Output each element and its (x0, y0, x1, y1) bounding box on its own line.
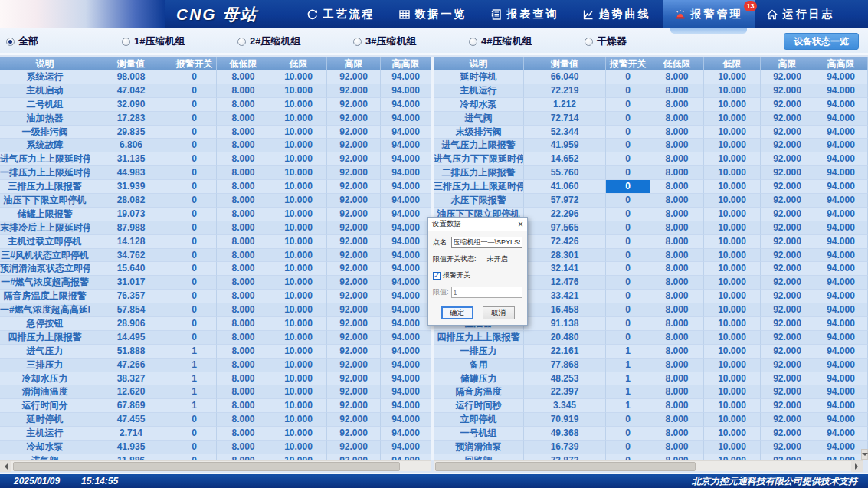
scroll-down-arrow[interactable] (861, 449, 868, 460)
nav-item-process-flow[interactable]: 工艺流程 (295, 0, 387, 28)
alarm-switch-checkbox[interactable] (433, 272, 441, 280)
horizontal-scrollbar-right[interactable] (434, 460, 863, 471)
close-icon[interactable]: × (518, 220, 523, 229)
radio-circle[interactable] (353, 38, 362, 46)
device-status-button[interactable]: 设备状态一览 (784, 33, 859, 50)
alarm-switch-cell[interactable]: 0 (172, 441, 217, 454)
point-name-input[interactable] (451, 237, 522, 248)
alarm-switch-cell[interactable]: 0 (172, 70, 217, 84)
alarm-switch-cell[interactable]: 1 (606, 399, 650, 413)
alarm-switch-cell[interactable]: 1 (172, 385, 217, 399)
alarm-switch-cell[interactable]: 0 (172, 84, 217, 98)
alarm-switch-cell[interactable]: 1 (606, 345, 650, 359)
alarm-switch-cell[interactable]: 0 (172, 303, 217, 317)
alarm-switch-cell[interactable]: 0 (606, 454, 650, 460)
alarm-switch-cell[interactable]: 0 (606, 152, 650, 166)
nav-item-report-query[interactable]: 报表查询 (479, 0, 571, 28)
radio-option-3[interactable]: 3#压缩机组 (353, 34, 416, 48)
radio-option-4[interactable]: 4#压缩机组 (469, 34, 532, 48)
alarm-switch-cell[interactable]: 0 (606, 303, 650, 317)
alarm-switch-cell[interactable]: 0 (606, 427, 650, 441)
radio-circle[interactable] (469, 38, 477, 46)
alarm-switch-cell[interactable]: 0 (606, 112, 650, 126)
alarm-switch-cell[interactable]: 1 (172, 345, 217, 359)
radio-option-2[interactable]: 2#压缩机组 (237, 34, 300, 48)
alarm-switch-cell[interactable]: 0 (606, 276, 650, 290)
alarm-switch-cell[interactable]: 0 (172, 317, 217, 331)
radio-circle[interactable] (237, 38, 246, 46)
alarm-switch-cell[interactable]: 0 (606, 317, 650, 331)
alarm-switch-cell[interactable]: 0 (606, 441, 650, 454)
radio-option-0[interactable]: 全部 (6, 34, 38, 48)
alarm-switch-cell[interactable]: 1 (172, 399, 217, 413)
alarm-switch-cell[interactable]: 0 (172, 194, 217, 208)
alarm-switch-cell[interactable]: 0 (172, 290, 217, 303)
alarm-switch-cell[interactable]: 0 (606, 98, 650, 112)
alarm-switch-cell[interactable]: 0 (606, 70, 650, 84)
alarm-switch-cell[interactable]: 0 (606, 262, 650, 276)
alarm-switch-cell[interactable]: 0 (172, 139, 217, 152)
alarm-switch-cell[interactable]: 0 (172, 166, 217, 180)
alarm-switch-cell[interactable]: 0 (172, 235, 217, 249)
alarm-switch-cell[interactable]: 0 (606, 194, 650, 208)
alarm-switch-cell[interactable]: 0 (606, 166, 650, 180)
alarm-switch-cell[interactable]: 0 (172, 126, 217, 139)
dialog-title-bar[interactable]: 设置数据 × (428, 218, 527, 231)
alarm-switch-cell[interactable]: 0 (172, 276, 217, 290)
alarm-switch-cell[interactable]: 0 (606, 84, 650, 98)
nav-item-data-overview[interactable]: 数据一览 (387, 0, 479, 28)
alarm-switch-cell[interactable]: 0 (606, 235, 650, 249)
scrollbar-thumb[interactable] (435, 462, 696, 471)
desc-cell: 预润滑油泵状态立即停机 (0, 262, 90, 276)
scrollbar-thumb[interactable] (13, 462, 400, 471)
alarm-switch-cell[interactable]: 0 (606, 331, 650, 345)
radio-circle[interactable] (122, 38, 130, 46)
cancel-button[interactable]: 取消 (483, 306, 515, 319)
alarm-switch-cell[interactable]: 0 (172, 208, 217, 221)
nav-item-run-log[interactable]: 运行日志 (755, 0, 847, 28)
alarm-switch-cell[interactable]: 0 (606, 126, 650, 139)
alarm-switch-cell[interactable]: 0 (172, 221, 217, 235)
radio-option-1[interactable]: 1#压缩机组 (122, 34, 185, 48)
scroll-right-arrow[interactable] (851, 461, 863, 472)
alarm-switch-cell[interactable]: 1 (172, 359, 217, 372)
radio-circle[interactable] (6, 38, 15, 46)
alarm-switch-cell[interactable]: 0 (606, 290, 650, 303)
nav-item-trend-curve[interactable]: 趋势曲线 (571, 0, 663, 28)
alarm-switch-cell[interactable]: 0 (172, 454, 217, 460)
limit-value-input[interactable] (451, 287, 522, 298)
alarm-switch-cell[interactable]: 0 (606, 221, 650, 235)
ok-button[interactable]: 确定 (441, 306, 473, 319)
radio-circle[interactable] (585, 38, 593, 46)
alarm-switch-cell[interactable]: 0 (172, 262, 217, 276)
home-icon (766, 8, 778, 21)
horizontal-scrollbar-left[interactable] (0, 460, 431, 471)
lolo-limit-cell: 8.000 (650, 84, 704, 98)
alarm-switch-cell[interactable]: 1 (606, 359, 650, 372)
nav-item-alarm-management[interactable]: 报警管理 13 (663, 0, 755, 28)
radio-option-5[interactable]: 干燥器 (585, 34, 627, 48)
table-row: 延时停机66.04008.00010.00092.00094.000 (434, 70, 868, 84)
alarm-switch-cell[interactable]: 0 (172, 112, 217, 126)
lo-limit-cell: 10.000 (704, 262, 761, 276)
alarm-switch-cell[interactable]: 0 (606, 208, 650, 221)
alarm-switch-cell[interactable]: 0 (172, 331, 217, 345)
alarm-switch-cell[interactable]: 0 (606, 249, 650, 263)
alarm-switch-cell[interactable]: 0 (606, 413, 650, 427)
hi-limit-cell: 92.000 (761, 139, 814, 152)
alarm-switch-cell[interactable]: 1 (172, 372, 217, 386)
alarm-switch-cell[interactable]: 0 (172, 98, 217, 112)
alarm-switch-cell[interactable]: 0 (172, 249, 217, 263)
hihi-limit-cell: 94.000 (381, 126, 431, 139)
alarm-switch-cell[interactable]: 0 (606, 180, 650, 194)
desc-cell: 储罐上限报警 (0, 208, 90, 221)
alarm-switch-cell[interactable]: 1 (606, 385, 650, 399)
alarm-switch-cell[interactable]: 0 (172, 427, 217, 441)
alarm-switch-cell[interactable]: 1 (606, 372, 650, 386)
alarm-switch-cell[interactable]: 0 (172, 413, 217, 427)
alarm-switch-cell[interactable]: 0 (172, 152, 217, 166)
alarm-switch-cell[interactable]: 0 (172, 180, 217, 194)
alarm-switch-cell[interactable]: 0 (606, 139, 650, 152)
value-cell: 76.357 (90, 290, 172, 303)
scroll-left-arrow[interactable] (0, 461, 11, 472)
